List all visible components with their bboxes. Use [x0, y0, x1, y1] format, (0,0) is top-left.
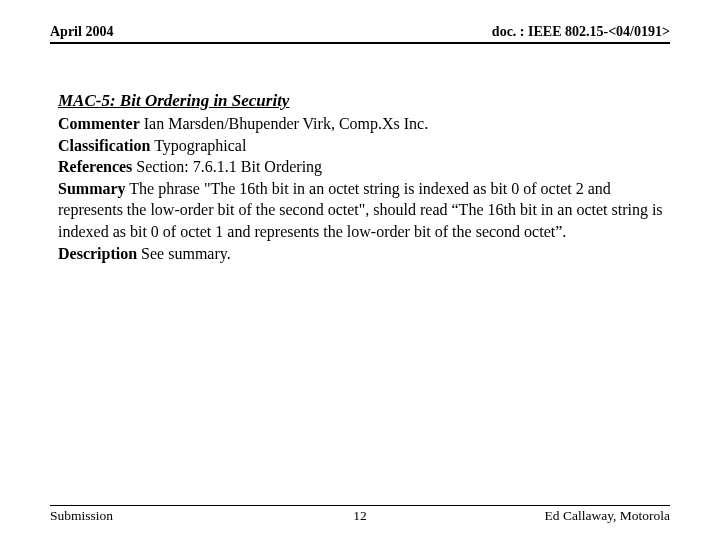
references-value: Section: 7.6.1.1 Bit Ordering [132, 158, 322, 175]
footer-page-number: 12 [50, 508, 670, 524]
references-line: References Section: 7.6.1.1 Bit Ordering [58, 156, 670, 178]
page-header: April 2004 doc. : IEEE 802.15-<04/0191> [50, 24, 670, 44]
document-body: MAC-5: Bit Ordering in Security Commente… [58, 90, 670, 264]
description-value: See summary. [137, 245, 231, 262]
classification-value: Typographical [150, 137, 246, 154]
description-line: Description See summary. [58, 243, 670, 265]
page-footer: Submission 12 Ed Callaway, Motorola [50, 505, 670, 524]
classification-label: Classification [58, 137, 150, 154]
commenter-value: Ian Marsden/Bhupender Virk, Comp.Xs Inc. [140, 115, 428, 132]
references-label: References [58, 158, 132, 175]
description-label: Description [58, 245, 137, 262]
summary-label: Summary [58, 180, 126, 197]
header-date: April 2004 [50, 24, 113, 40]
summary-value: The phrase "The 16th bit in an octet str… [58, 180, 663, 240]
summary-line: Summary The phrase "The 16th bit in an o… [58, 178, 670, 243]
header-doc-ref: doc. : IEEE 802.15-<04/0191> [492, 24, 670, 40]
section-title: MAC-5: Bit Ordering in Security [58, 90, 670, 113]
commenter-line: Commenter Ian Marsden/Bhupender Virk, Co… [58, 113, 670, 135]
commenter-label: Commenter [58, 115, 140, 132]
classification-line: Classification Typographical [58, 135, 670, 157]
